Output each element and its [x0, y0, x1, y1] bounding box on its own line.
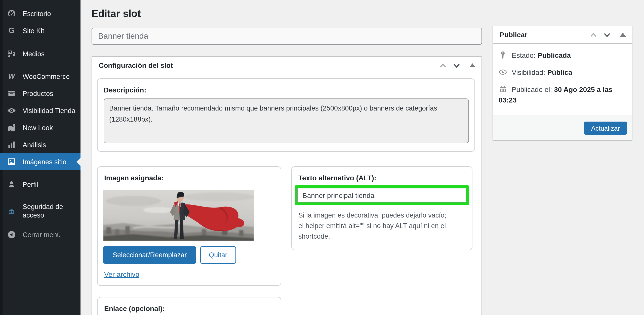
dashboard-gauge-icon	[7, 9, 16, 18]
sidebar-item-label: Productos	[23, 90, 53, 97]
fields-row: Imagen asignada:	[97, 166, 475, 286]
page-title: Editar slot	[92, 7, 482, 21]
published-label: Publicado el:	[512, 85, 552, 93]
toggle-panel-icon[interactable]	[620, 33, 626, 37]
move-up-icon[interactable]	[439, 62, 447, 69]
sidebar-item-imagenes-sitio[interactable]: Imágenes sitio	[0, 153, 80, 170]
pin-status-icon	[499, 51, 507, 59]
sidebar-item-label: Cerrar menú	[23, 231, 61, 238]
assigned-image-label: Imagen asignada:	[104, 174, 274, 182]
slot-config-header[interactable]: Configuración del slot	[92, 57, 481, 74]
bar-chart-icon	[7, 140, 16, 149]
slot-title-input[interactable]	[92, 28, 482, 45]
side-column: Publicar Estado: Publicada	[493, 26, 632, 141]
alt-text-value: Banner principal tienda	[302, 191, 374, 199]
published-date-row: Publicado el: 30 Ago 2025 a las 03:23	[499, 84, 626, 106]
image-icon	[7, 157, 16, 166]
security-shield-icon	[7, 206, 16, 216]
publish-postbox: Publicar Estado: Publicada	[493, 26, 632, 141]
alt-text-label: Texto alternativo (ALT):	[298, 174, 465, 182]
description-textarea[interactable]: Banner tienda. Tamaño recomendado mismo …	[104, 98, 469, 143]
publish-controls	[590, 31, 626, 38]
postbox-controls	[439, 62, 475, 69]
sidebar-item-new-look[interactable]: New Look	[0, 119, 80, 136]
sidebar-item-label: Escritorio	[23, 10, 51, 17]
calendar-icon	[499, 85, 507, 93]
select-replace-button[interactable]: Seleccionar/Reemplazar	[103, 246, 196, 264]
publish-body: Estado: Publicada Visibilidad: Pública P…	[493, 44, 632, 116]
publish-title: Publicar	[500, 31, 590, 39]
alt-text-input[interactable]: Banner principal tienda	[297, 188, 466, 202]
publish-header[interactable]: Publicar	[493, 26, 632, 44]
update-button[interactable]: Actualizar	[584, 122, 627, 135]
user-icon	[7, 180, 16, 189]
description-card: Descripción: Banner tienda. Tamaño recom…	[97, 78, 475, 152]
move-down-icon[interactable]	[603, 31, 611, 38]
wp-admin-page: Escritorio G Site Kit Medios W WooCommer…	[0, 0, 644, 315]
alt-help-text: Si la imagen es decorativa, puedes dejar…	[298, 210, 447, 242]
map-pin-icon	[7, 123, 16, 132]
admin-menu: Escritorio G Site Kit Medios W WooCommer…	[0, 0, 80, 243]
remove-button[interactable]: Quitar	[200, 246, 236, 264]
sidebar-item-label: Análisis	[23, 141, 46, 148]
view-file-link[interactable]: Ver archivo	[104, 270, 139, 278]
image-buttons-row: Seleccionar/Reemplazar Quitar	[103, 246, 274, 264]
highlight-frame: Banner principal tienda	[295, 185, 469, 205]
sidebar-item-visibilidad-tienda[interactable]: Visibilidad Tienda	[0, 102, 80, 119]
banner-image-thumbnail	[103, 190, 254, 241]
status-value: Publicada	[538, 51, 571, 59]
sidebar-item-label: Site Kit	[23, 27, 44, 34]
link-card: Enlace (opcional):	[97, 297, 281, 315]
admin-sidebar: Escritorio G Site Kit Medios W WooCommer…	[0, 0, 80, 315]
product-box-icon	[7, 89, 16, 98]
visibility-value: Pública	[547, 68, 572, 76]
sidebar-item-label: Imágenes sitio	[23, 158, 66, 166]
visibility-label: Visibilidad:	[512, 68, 545, 76]
sidebar-item-seguridad-de-acceso[interactable]: Seguridad de acceso	[0, 199, 80, 223]
link-label: Enlace (opcional):	[104, 304, 274, 312]
sidebar-item-label: New Look	[23, 124, 53, 131]
postbox-title: Configuración del slot	[99, 61, 439, 69]
sidebar-item-label: Medios	[23, 50, 45, 58]
visibility-row: Visibilidad: Pública	[499, 67, 626, 78]
status-label: Estado:	[512, 51, 536, 59]
sidebar-item-label: Visibilidad Tienda	[23, 107, 75, 114]
slot-config-body: Descripción: Banner tienda. Tamaño recom…	[92, 74, 481, 315]
collapse-arrow-icon	[7, 230, 16, 239]
assigned-image-card: Imagen asignada:	[97, 166, 281, 286]
main-column: Editar slot Configuración del slot Descr…	[92, 0, 482, 315]
move-up-icon[interactable]	[590, 31, 597, 38]
sidebar-item-perfil[interactable]: Perfil	[0, 176, 80, 193]
sidebar-item-label: WooCommerce	[23, 73, 70, 80]
sidebar-item-cerrar-menu[interactable]: Cerrar menú	[0, 226, 80, 243]
sidebar-item-label: Seguridad de acceso	[23, 202, 73, 220]
publish-footer: Actualizar	[493, 116, 632, 140]
sidebar-item-site-kit[interactable]: G Site Kit	[0, 22, 80, 39]
eye-icon	[7, 106, 16, 115]
text-caret	[375, 191, 375, 199]
status-row: Estado: Publicada	[499, 50, 626, 61]
description-label: Descripción:	[104, 86, 468, 94]
slot-config-postbox: Configuración del slot Descripción: Bann…	[92, 56, 482, 315]
sidebar-item-label: Perfil	[23, 181, 38, 188]
sidebar-item-medios[interactable]: Medios	[0, 45, 80, 62]
svg-text:G: G	[9, 26, 15, 35]
sidebar-item-productos[interactable]: Productos	[0, 85, 80, 102]
content-area: Editar slot Configuración del slot Descr…	[80, 0, 644, 315]
alt-text-card: Texto alternativo (ALT): Banner principa…	[291, 166, 472, 250]
move-down-icon[interactable]	[453, 62, 460, 69]
svg-text:W: W	[8, 73, 15, 80]
media-icon	[7, 49, 16, 58]
visibility-eye-icon	[499, 68, 507, 76]
sidebar-item-analisis[interactable]: Análisis	[0, 136, 80, 153]
woocommerce-w-icon: W	[7, 72, 16, 81]
toggle-panel-icon[interactable]	[469, 63, 475, 67]
sidebar-item-escritorio[interactable]: Escritorio	[0, 5, 80, 22]
google-g-icon: G	[7, 26, 16, 35]
sidebar-item-woocommerce[interactable]: W WooCommerce	[0, 68, 80, 85]
